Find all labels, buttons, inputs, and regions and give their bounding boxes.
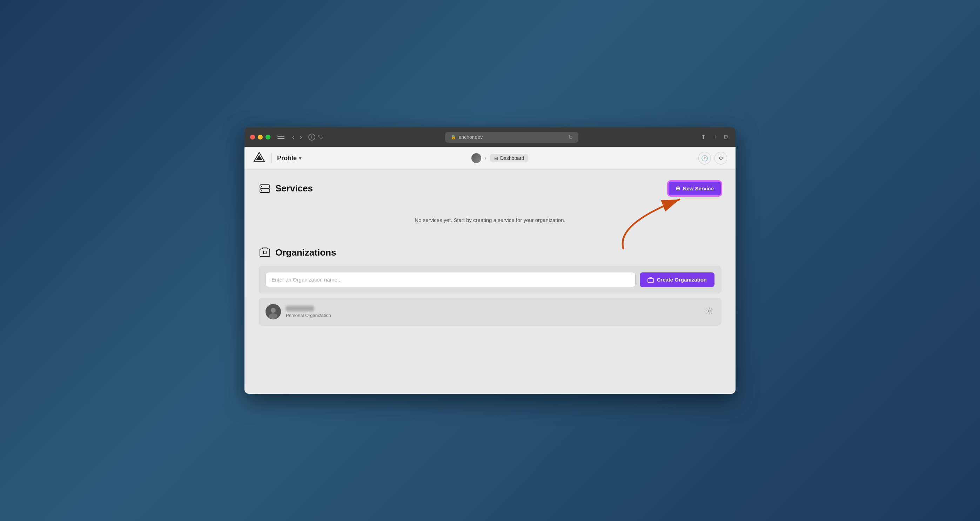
organizations-title: Organizations (258, 246, 336, 259)
new-service-button-wrapper: ⊕ New Service (668, 181, 722, 196)
services-icon (258, 182, 271, 195)
shield-icon: 🛡 (318, 134, 324, 140)
org-name-input[interactable] (266, 272, 636, 287)
share-button[interactable]: ⬆ (699, 132, 708, 142)
profile-selector[interactable]: Profile ▾ (277, 155, 301, 162)
svg-rect-8 (263, 251, 266, 254)
create-org-row: Create Organization (258, 266, 722, 294)
svg-point-11 (271, 308, 276, 313)
organizations-icon (258, 246, 271, 259)
new-service-button[interactable]: ⊕ New Service (668, 181, 722, 196)
browser-chrome: ‹ › i 🛡 🔒 anchor.dev ↻ ⬆ + ⧉ (245, 127, 735, 147)
back-button[interactable]: ‹ (290, 132, 296, 141)
dashboard-icon: ⊞ (494, 156, 498, 161)
create-org-button[interactable]: Create Organization (640, 272, 714, 287)
url-text: anchor.dev (459, 134, 483, 140)
profile-label: Profile (277, 155, 297, 162)
breadcrumb-separator: › (485, 155, 487, 161)
browser-actions: ⬆ + ⧉ (699, 132, 730, 142)
org-type: Personal Organization (286, 313, 699, 318)
sliders-icon: ⚙ (719, 155, 723, 161)
services-empty-state: No services yet. Start by creating a ser… (258, 203, 722, 240)
sidebar-toggle-button[interactable] (277, 135, 285, 140)
nav-right: 🕐 ⚙ (698, 152, 727, 164)
org-list-item: Personal Organization (258, 298, 722, 326)
services-section-header: Services ⊕ New Service (258, 181, 722, 196)
new-tab-button[interactable]: + (712, 132, 718, 142)
org-name-blurred (286, 306, 314, 311)
org-settings-button[interactable] (704, 306, 714, 318)
svg-point-4 (261, 186, 262, 187)
tabs-button[interactable]: ⧉ (722, 132, 730, 142)
minimize-button[interactable] (258, 135, 263, 140)
browser-window: ‹ › i 🛡 🔒 anchor.dev ↻ ⬆ + ⧉ (245, 127, 735, 394)
breadcrumb-dashboard-item[interactable]: ⊞ Dashboard (490, 154, 528, 162)
main-content: Services ⊕ New Service (245, 170, 735, 394)
maximize-button[interactable] (266, 135, 270, 140)
reload-icon[interactable]: ↻ (568, 134, 573, 141)
breadcrumb-dashboard-label: Dashboard (500, 155, 524, 161)
services-title: Services (258, 182, 313, 195)
avatar (471, 153, 481, 163)
top-nav: Profile ▾ › ⊞ Dashboard 🕐 ⚙ (245, 147, 735, 170)
address-bar[interactable]: 🔒 anchor.dev ↻ (445, 132, 578, 143)
address-bar-wrapper: 🔒 anchor.dev ↻ (328, 132, 695, 143)
briefcase-icon (648, 276, 654, 283)
nav-left: Profile ▾ (253, 151, 301, 165)
app-content: Profile ▾ › ⊞ Dashboard 🕐 ⚙ (245, 147, 735, 394)
org-info: Personal Organization (286, 306, 699, 318)
nav-arrows: ‹ › (290, 132, 304, 141)
nav-divider (271, 153, 272, 163)
lock-icon: 🔒 (451, 135, 456, 140)
history-button[interactable]: 🕐 (698, 152, 711, 164)
settings-button[interactable]: ⚙ (714, 152, 727, 164)
svg-rect-9 (648, 278, 654, 283)
traffic-lights (250, 135, 270, 140)
clock-icon: 🕐 (701, 155, 708, 162)
organizations-section-header: Organizations (258, 246, 722, 259)
services-section: Services ⊕ New Service (258, 181, 722, 240)
plus-icon: ⊕ (676, 185, 680, 192)
org-avatar (266, 304, 281, 319)
svg-point-13 (708, 310, 710, 312)
forward-button[interactable]: › (298, 132, 304, 141)
breadcrumb: › ⊞ Dashboard (471, 153, 528, 163)
info-icon: i (308, 133, 315, 141)
chevron-down-icon: ▾ (299, 155, 301, 161)
svg-point-12 (269, 313, 277, 319)
close-button[interactable] (250, 135, 255, 140)
svg-point-5 (261, 190, 262, 191)
organizations-section: Organizations Create Organization (258, 246, 722, 326)
svg-rect-7 (260, 249, 270, 257)
logo[interactable] (253, 151, 266, 165)
